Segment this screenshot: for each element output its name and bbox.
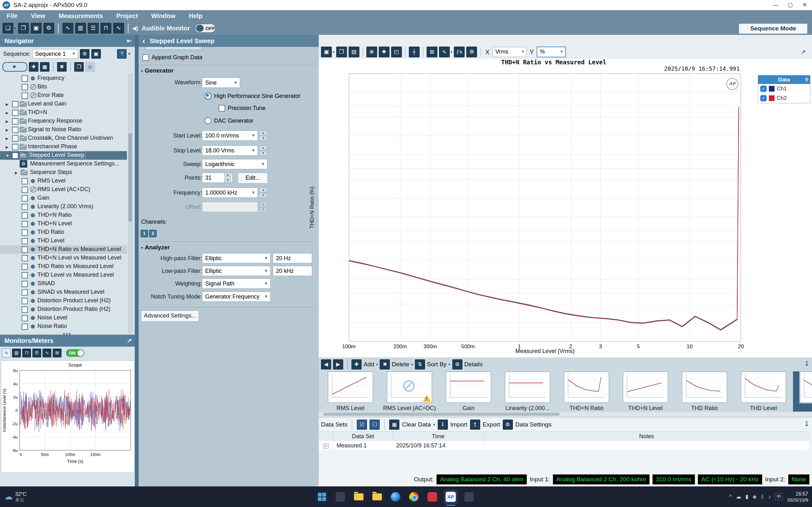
tree-checkbox[interactable]: [21, 212, 28, 219]
export-icon[interactable]: ↥: [470, 419, 480, 430]
pin-icon[interactable]: ⚲: [805, 75, 808, 84]
tree-item[interactable]: THD Level vs Measured Level: [0, 271, 127, 279]
result-thumbnail[interactable]: Linearity (2.000...: [498, 372, 557, 412]
meter-bars-icon[interactable]: ▥: [12, 349, 21, 357]
save-icon[interactable]: ▣: [321, 47, 332, 57]
apx500-app[interactable]: AP: [444, 490, 458, 504]
tree-item[interactable]: ▼Stepped Level Sweep: [0, 151, 127, 160]
sequence-settings-button[interactable]: ⚙: [80, 49, 90, 59]
tree-checkbox[interactable]: [21, 289, 28, 296]
scope-icon[interactable]: ∿: [2, 349, 11, 357]
tree-checkbox[interactable]: [21, 238, 28, 244]
file-explorer[interactable]: [352, 490, 366, 504]
tree-item[interactable]: RMS Level (AC+DC): [0, 185, 127, 194]
save-project-icon[interactable]: ▣: [31, 23, 42, 34]
print-icon[interactable]: ▤: [349, 47, 359, 57]
check-all-icon[interactable]: ☑: [357, 419, 367, 430]
tree-item[interactable]: THD+N Level: [0, 220, 127, 228]
tree-scrollbar-thumb[interactable]: [129, 133, 132, 222]
result-thumbnail[interactable]: RMS Level: [321, 372, 380, 412]
download-icon[interactable]: ↧: [804, 360, 809, 368]
minimize-button[interactable]: —: [768, 0, 783, 10]
legend-entry[interactable]: ✓Ch2: [758, 94, 810, 103]
data-sets-row[interactable]: ✓Measured 12025/10/9 16:57:14: [319, 441, 810, 451]
chrome-browser[interactable]: [407, 490, 421, 504]
add-step-icon[interactable]: ▦: [40, 62, 49, 72]
tree-checkbox[interactable]: [12, 144, 18, 150]
tree-checkbox[interactable]: [12, 110, 18, 116]
sweep-select[interactable]: Logarithmic▼: [202, 159, 267, 169]
help-button[interactable]: ? ▼: [117, 49, 131, 59]
add-icon[interactable]: ✚: [351, 359, 362, 370]
tree-checkbox[interactable]: [21, 204, 28, 210]
tree-item[interactable]: SINAD vs Measured Level: [0, 288, 127, 297]
hp-filter-freq-input[interactable]: 20 Hz: [273, 253, 312, 263]
row-checkbox[interactable]: ✓: [323, 443, 328, 449]
menu-help[interactable]: Help: [182, 12, 209, 20]
red-app[interactable]: [425, 490, 439, 504]
terminal-app[interactable]: [462, 490, 476, 504]
tree-item[interactable]: ▶Crosstalk, One Channel Undriven: [0, 134, 127, 143]
sequence-lock-button[interactable]: ▣: [91, 49, 101, 59]
tree-item[interactable]: Frequency: [0, 74, 127, 83]
center-splitter[interactable]: [135, 35, 139, 487]
tree-item[interactable]: THD Level: [0, 237, 127, 245]
tree-checkbox[interactable]: [21, 195, 28, 202]
legend-header[interactable]: Data⚲: [758, 75, 810, 84]
tree-item[interactable]: Bits: [0, 83, 127, 91]
close-button[interactable]: ✕: [798, 0, 812, 10]
results-scrollbar[interactable]: [319, 412, 812, 416]
tree-checkbox[interactable]: [12, 127, 18, 133]
lp-filter-freq-input[interactable]: 20 kHz: [273, 266, 312, 276]
graph-popout-icon[interactable]: ↗: [801, 48, 809, 56]
menu-file[interactable]: File: [0, 12, 24, 20]
square-wave-icon[interactable]: ⊓: [101, 23, 111, 34]
tree-item[interactable]: ⚙Measurement Sequence Settings...: [0, 160, 127, 168]
copy-icon[interactable]: ❐: [74, 62, 84, 72]
tree-checkbox[interactable]: [21, 93, 28, 99]
tree-checkbox[interactable]: [21, 315, 28, 321]
menu-measurements[interactable]: Measurements: [52, 12, 110, 20]
y-unit-select[interactable]: %▼: [537, 47, 566, 57]
result-thumbnail[interactable]: THD+N Ratio: [557, 372, 616, 412]
tree-checkbox[interactable]: [21, 324, 28, 330]
tree-item[interactable]: Error Rate: [0, 91, 127, 100]
menu-view[interactable]: View: [24, 12, 52, 20]
clear-data-icon[interactable]: ▦: [389, 419, 399, 430]
column-header[interactable]: Notes: [484, 432, 810, 441]
gear-icon[interactable]: ⚙: [466, 47, 477, 57]
tree-item[interactable]: ▶Frequency Response: [0, 117, 127, 125]
wave-add-icon[interactable]: ∿: [113, 23, 124, 34]
tree-item[interactable]: ▶Interchannel Phase: [0, 143, 127, 151]
result-thumbnail[interactable]: RMS Level (AC+DC): [380, 372, 439, 412]
edit-points-button[interactable]: Edit...: [238, 173, 268, 183]
delete-icon[interactable]: ✖: [57, 62, 67, 72]
tree-item[interactable]: THD Ratio vs Measured Level: [0, 262, 127, 271]
tree-item[interactable]: Gain: [0, 194, 127, 203]
tree-item[interactable]: Linearity (2.000 Vrms): [0, 203, 127, 211]
tree-checkbox[interactable]: [12, 118, 18, 124]
table-icon[interactable]: ⊞: [426, 47, 438, 57]
fx-icon[interactable]: ƒx: [454, 47, 465, 57]
popout-icon[interactable]: ↗: [127, 335, 132, 347]
legend-entry[interactable]: ✓Ch1: [758, 84, 810, 94]
search-app[interactable]: [334, 490, 347, 504]
tree-checkbox[interactable]: [21, 246, 28, 253]
data-settings-icon[interactable]: ⚙: [503, 419, 513, 430]
start-level-input[interactable]: 100.0 mVrms▼: [202, 130, 258, 141]
precision-tune-checkbox[interactable]: [218, 105, 225, 112]
import-icon[interactable]: ↧: [438, 419, 448, 430]
tree-checkbox[interactable]: [21, 187, 28, 193]
points-stepper[interactable]: ▲▼: [224, 173, 231, 183]
uncheck-all-icon[interactable]: ☐: [369, 419, 380, 430]
waveform-select[interactable]: Sine▼: [202, 78, 240, 88]
tree-checkbox[interactable]: [21, 75, 28, 82]
battery-icon[interactable]: ▮: [745, 493, 748, 500]
settings-icon[interactable]: ⚙: [44, 23, 54, 34]
append-graph-checkbox[interactable]: [142, 54, 149, 61]
wave-icon[interactable]: ∿: [43, 349, 51, 357]
skip-last-icon[interactable]: ▶: [333, 359, 343, 370]
tree-checkbox[interactable]: [21, 272, 28, 279]
volume-icon[interactable]: ♪: [768, 494, 771, 500]
start-level-stepper[interactable]: ▲▼: [259, 130, 267, 141]
